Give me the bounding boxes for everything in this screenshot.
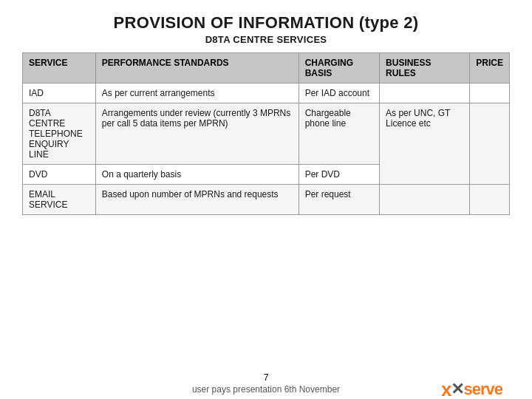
sub-title: D8TA CENTRE SERVICES <box>205 34 327 45</box>
cell-performance: Based upon number of MPRNs and requests <box>95 185 299 215</box>
page-number: 7 <box>263 372 268 383</box>
table-row: D8TACENTRETELEPHONEENQUIRYLINE Arrangeme… <box>23 103 510 165</box>
provision-table: SERVICE PERFORMANCE STANDARDS CHARGING B… <box>22 52 510 215</box>
table-row: IAD As per current arrangements Per IAD … <box>23 83 510 103</box>
footer-text: user pays presentation 6th November <box>192 384 340 395</box>
cell-service: DVD <box>23 165 96 185</box>
col-charging: CHARGING BASIS <box>299 53 379 83</box>
cell-charging: Chargeable phone line <box>299 103 379 165</box>
logo-cross: ✕ <box>451 380 463 399</box>
cell-business <box>380 185 470 215</box>
cell-service: IAD <box>23 83 96 103</box>
cell-charging: Per request <box>299 185 379 215</box>
col-business: BUSINESS RULES <box>380 53 470 83</box>
page-wrapper: PROVISION OF INFORMATION (type 2) D8TA C… <box>0 0 532 399</box>
col-service: SERVICE <box>23 53 96 83</box>
col-price: PRICE <box>470 53 510 83</box>
footer-bottom: user pays presentation 6th November x✕se… <box>22 384 510 395</box>
main-title: PROVISION OF INFORMATION (type 2) <box>114 13 419 33</box>
logo-x: x <box>441 378 451 400</box>
cell-price <box>470 103 510 185</box>
cell-performance: On a quarterly basis <box>95 165 299 185</box>
cell-service: D8TACENTRETELEPHONEENQUIRYLINE <box>23 103 96 165</box>
xoserve-logo: x✕serve <box>441 378 502 400</box>
cell-charging: Per DVD <box>299 165 379 185</box>
cell-business: As per UNC, GT Licence etc <box>380 103 470 185</box>
footer: 7 user pays presentation 6th November x✕… <box>22 366 510 399</box>
table-row: EMAIL SERVICE Based upon number of MPRNs… <box>23 185 510 215</box>
logo-serve: serve <box>463 380 502 399</box>
cell-charging: Per IAD account <box>299 83 379 103</box>
cell-performance: Arrangements under review (currently 3 M… <box>95 103 299 165</box>
col-performance: PERFORMANCE STANDARDS <box>95 53 299 83</box>
cell-service: EMAIL SERVICE <box>23 185 96 215</box>
cell-performance: As per current arrangements <box>95 83 299 103</box>
cell-price <box>470 83 510 103</box>
cell-business <box>380 83 470 103</box>
cell-price <box>470 185 510 215</box>
